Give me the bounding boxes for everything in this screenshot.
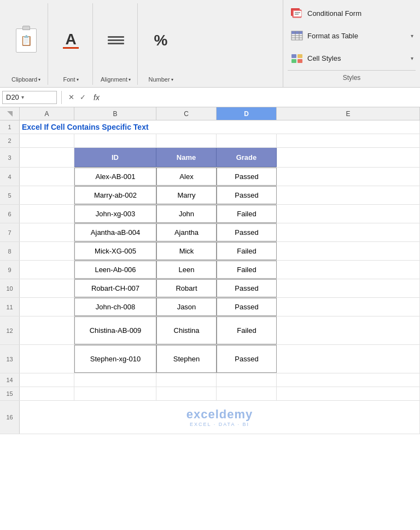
cell-13c[interactable]: Stephen <box>156 345 217 373</box>
cell-8c[interactable]: Mick <box>156 242 217 260</box>
font-icon: A <box>63 32 78 49</box>
name-box[interactable]: D20 ▾ <box>2 91 57 104</box>
cell-15d[interactable] <box>217 387 277 400</box>
cell-11d[interactable]: Passed <box>217 298 277 316</box>
cell-7b[interactable]: Ajantha-aB-004 <box>74 223 156 241</box>
cell-1e[interactable] <box>271 120 420 134</box>
cell-4d[interactable]: Passed <box>217 168 277 186</box>
cell-5a[interactable] <box>20 186 74 204</box>
cell-10b[interactable]: Robart-CH-007 <box>74 279 156 297</box>
cell-6d[interactable]: Failed <box>217 205 277 223</box>
cell-15c[interactable] <box>156 387 217 400</box>
cell-13e[interactable] <box>277 345 420 373</box>
cell-9d[interactable]: Failed <box>217 261 277 279</box>
formula-confirm-button[interactable]: ✓ <box>78 92 88 102</box>
cell-14d[interactable] <box>217 373 277 387</box>
col-header-a[interactable]: A <box>20 107 74 120</box>
cell-6b[interactable]: John-xg-003 <box>74 205 156 223</box>
cell-3a[interactable] <box>20 148 74 167</box>
cell-4a[interactable] <box>20 168 74 186</box>
font-label[interactable]: Font ▾ <box>63 76 78 83</box>
cell-15e[interactable] <box>277 387 420 400</box>
cell-2d[interactable] <box>217 134 277 147</box>
name-box-arrow-icon[interactable]: ▾ <box>21 94 24 100</box>
cell-3c-header[interactable]: Name <box>156 148 217 167</box>
cell-7a[interactable] <box>20 223 74 241</box>
cell-6c[interactable]: John <box>156 205 217 223</box>
cell-5e[interactable] <box>277 186 420 204</box>
cell-9b[interactable]: Leen-Ab-006 <box>74 261 156 279</box>
cell-15b[interactable] <box>74 387 156 400</box>
conditional-form-button[interactable]: Conditional Form <box>288 2 416 25</box>
cell-styles-button[interactable]: Cell Styles ▾ <box>288 48 416 70</box>
cell-12b[interactable]: Chistina-AB-009 <box>74 316 156 344</box>
col-header-d[interactable]: D <box>217 107 277 120</box>
cell-3d-header[interactable]: Grade <box>217 148 277 167</box>
col-header-c[interactable]: C <box>156 107 217 120</box>
cell-10a[interactable] <box>20 279 74 297</box>
row-3: 3 ID Name Grade <box>0 148 420 168</box>
cell-14c[interactable] <box>156 373 217 387</box>
row-2: 2 <box>0 134 420 148</box>
cell-7d[interactable]: Passed <box>217 223 277 241</box>
col-header-b[interactable]: B <box>74 107 156 120</box>
cell-13a[interactable] <box>20 345 74 373</box>
cell-10e[interactable] <box>277 279 420 297</box>
cell-14a[interactable] <box>20 373 74 387</box>
clipboard-label[interactable]: Clipboard ▾ <box>11 76 40 83</box>
number-label[interactable]: Number ▾ <box>148 76 173 83</box>
row-4: 4 Alex-AB-001 Alex Passed <box>0 168 420 186</box>
cell-4e[interactable] <box>277 168 420 186</box>
cell-5c[interactable]: Marry <box>156 186 217 204</box>
cell-13b[interactable]: Stephen-xg-010 <box>74 345 156 373</box>
cell-12c[interactable]: Chistina <box>156 316 217 344</box>
cell-6e[interactable] <box>277 205 420 223</box>
formula-cancel-button[interactable]: ✕ <box>66 92 77 102</box>
cell-15a[interactable] <box>20 387 74 400</box>
cell-14e[interactable] <box>277 373 420 387</box>
cell-4c[interactable]: Alex <box>156 168 217 186</box>
cell-11e[interactable] <box>277 298 420 316</box>
formula-input[interactable] <box>105 91 418 104</box>
cell-7c[interactable]: Ajantha <box>156 223 217 241</box>
cell-13d[interactable]: Passed <box>217 345 277 373</box>
cell-8a[interactable] <box>20 242 74 260</box>
format-as-table-button[interactable]: Format as Table ▾ <box>288 25 416 47</box>
cell-12e[interactable] <box>277 316 420 344</box>
number-text: Number <box>148 76 170 83</box>
col-header-e[interactable]: E <box>277 107 420 120</box>
row-num-11: 11 <box>0 298 20 316</box>
cell-8d[interactable]: Failed <box>217 242 277 260</box>
cell-9c[interactable]: Leen <box>156 261 217 279</box>
cell-11b[interactable]: John-ch-008 <box>74 298 156 316</box>
cell-10c[interactable]: Robart <box>156 279 217 297</box>
alignment-label[interactable]: Alignment ▾ <box>101 76 131 83</box>
cell-8b[interactable]: Mick-XG-005 <box>74 242 156 260</box>
align-icon-area <box>108 5 124 75</box>
format-table-icon <box>290 30 304 42</box>
cell-2e[interactable] <box>277 134 420 147</box>
cell-10d[interactable]: Passed <box>217 279 277 297</box>
cell-2c[interactable] <box>156 134 217 147</box>
cell-12a[interactable] <box>20 316 74 344</box>
cell-3e[interactable] <box>277 148 420 167</box>
cell-5d[interactable]: Passed <box>217 186 277 204</box>
cell-7e[interactable] <box>277 223 420 241</box>
conditional-form-label: Conditional Form <box>307 9 361 18</box>
cell-5b[interactable]: Marry-ab-002 <box>74 186 156 204</box>
cell-14b[interactable] <box>74 373 156 387</box>
row-num-14: 14 <box>0 373 20 387</box>
cell-11c[interactable]: Jason <box>156 298 217 316</box>
cell-6a[interactable] <box>20 205 74 223</box>
cell-3b-header[interactable]: ID <box>74 148 156 167</box>
rows-container: 1 Excel If Cell Contains Specific Text 2… <box>0 120 420 434</box>
cell-8e[interactable] <box>277 242 420 260</box>
cell-2b[interactable] <box>74 134 156 147</box>
cell-2a[interactable] <box>20 134 74 147</box>
cell-9a[interactable] <box>20 261 74 279</box>
row-num-15: 15 <box>0 387 20 400</box>
cell-9e[interactable] <box>277 261 420 279</box>
cell-12d[interactable]: Failed <box>217 316 277 344</box>
cell-11a[interactable] <box>20 298 74 316</box>
cell-4b[interactable]: Alex-AB-001 <box>74 168 156 186</box>
